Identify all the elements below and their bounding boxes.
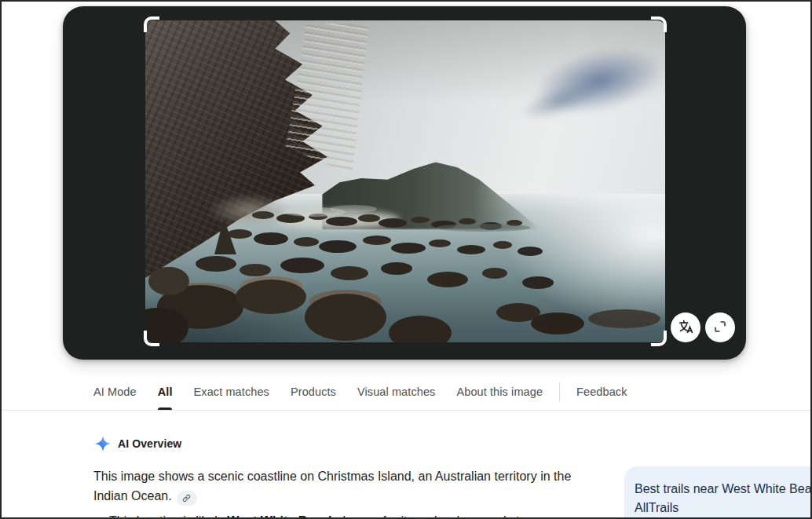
ai-overview-paragraph-text: This image shows a scenic coastline on C… <box>93 470 571 503</box>
bullet-text: This location is likely West White Beach… <box>109 511 540 519</box>
tab-visual-matches[interactable]: Visual matches <box>357 384 435 400</box>
tab-exact-matches[interactable]: Exact matches <box>194 384 269 400</box>
source-card[interactable]: Best trails near West White Bea AllTrail… <box>624 466 810 519</box>
photo-rocks <box>145 20 665 342</box>
tabbar-divider <box>2 410 810 411</box>
results-tab-bar: AI Mode All Exact matches Products Visua… <box>93 384 627 410</box>
crop-handle-bottom-right[interactable] <box>651 331 667 346</box>
tab-separator <box>559 382 560 401</box>
translate-icon <box>677 318 694 338</box>
ai-overview-header: AI Overview <box>93 434 593 453</box>
citation-link-chip[interactable] <box>177 492 197 506</box>
ai-overview-title: AI Overview <box>118 437 181 450</box>
searched-image[interactable] <box>145 20 665 342</box>
tab-about-this-image[interactable]: About this image <box>456 384 543 400</box>
image-crop-region[interactable] <box>145 20 665 342</box>
source-card-source[interactable]: AllTrails <box>635 499 810 517</box>
lens-image-panel <box>63 6 746 360</box>
ai-overview-section: AI Overview This image shows a scenic co… <box>93 434 593 506</box>
bullet-bold-text: West White Beach <box>227 514 335 519</box>
tab-feedback[interactable]: Feedback <box>576 384 627 400</box>
crop-handle-bottom-left[interactable] <box>144 331 159 346</box>
crop-handle-top-right[interactable] <box>651 16 667 32</box>
tab-all[interactable]: All <box>158 384 173 410</box>
link-icon <box>182 494 191 503</box>
crop-handle-top-left[interactable] <box>144 16 159 32</box>
ai-overview-bullet: This location is likely West White Beach… <box>93 511 602 519</box>
browser-viewport: AI Mode All Exact matches Products Visua… <box>0 0 812 519</box>
expand-button[interactable] <box>705 312 735 342</box>
ai-overview-paragraph: This image shows a scenic coastline on C… <box>93 466 593 506</box>
expand-icon <box>712 319 728 337</box>
source-card-title[interactable]: Best trails near West White Bea <box>635 480 810 499</box>
tab-products[interactable]: Products <box>291 384 336 400</box>
gemini-sparkle-icon <box>93 434 112 453</box>
translate-button[interactable] <box>671 312 700 342</box>
tab-ai-mode[interactable]: AI Mode <box>93 384 137 400</box>
